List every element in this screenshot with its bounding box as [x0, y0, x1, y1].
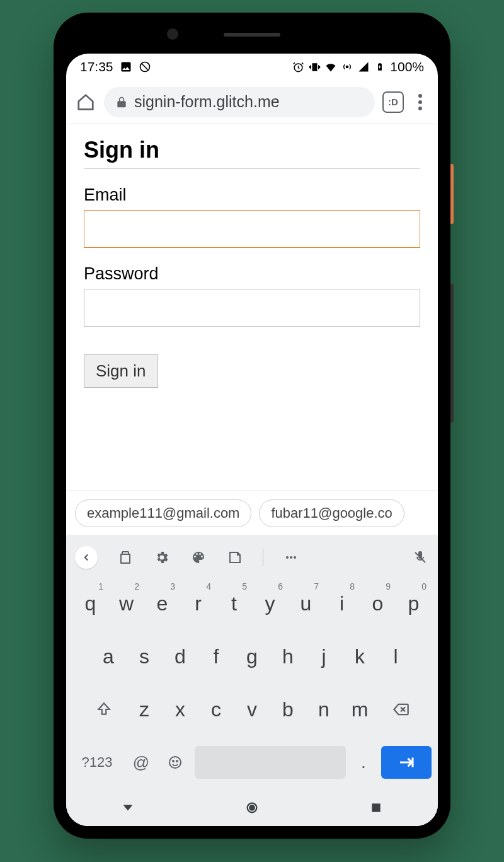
screen: 17:35 — [66, 54, 438, 826]
password-field[interactable] — [84, 289, 420, 327]
key-r[interactable]: r4 — [180, 579, 216, 628]
status-bar: 17:35 — [66, 54, 438, 80]
key-t[interactable]: t5 — [216, 579, 252, 628]
browser-toolbar: signin-form.glitch.me :D — [66, 80, 438, 124]
phone-camera — [167, 28, 178, 40]
svg-point-15 — [249, 805, 254, 810]
enter-key[interactable] — [381, 746, 432, 779]
cell-signal-icon — [357, 61, 370, 73]
key-k[interactable]: k — [342, 632, 378, 681]
symbols-key[interactable]: ?123 — [72, 744, 122, 781]
period-key[interactable]: . — [351, 744, 376, 781]
vibrate-icon — [308, 61, 321, 73]
svg-point-13 — [176, 760, 178, 762]
key-y[interactable]: y6 — [252, 579, 288, 628]
key-m[interactable]: m — [342, 685, 378, 734]
key-j[interactable]: j — [306, 632, 342, 681]
autofill-suggestions: example111@gmail.com fubar11@google.co — [66, 491, 438, 535]
sticker-icon[interactable] — [226, 549, 244, 566]
page-title: Sign in — [84, 137, 420, 169]
back-button[interactable] — [120, 800, 136, 816]
url-text: signin-form.glitch.me — [134, 93, 280, 111]
mic-off-icon[interactable] — [411, 549, 429, 566]
keyboard-toolbar — [66, 541, 438, 574]
key-v[interactable]: v — [234, 685, 270, 734]
svg-point-5 — [286, 556, 289, 559]
keyboard-keys: q1w2e3r4t5y6u7i8o9p0 asdfghjkl zxcvbnm — [66, 574, 438, 740]
keyboard-collapse-button[interactable] — [75, 546, 98, 569]
tabs-label: :D — [388, 96, 398, 107]
key-g[interactable]: g — [234, 632, 270, 681]
image-icon — [120, 61, 132, 73]
key-p[interactable]: p0 — [396, 579, 432, 628]
key-e[interactable]: e3 — [144, 579, 180, 628]
svg-point-7 — [294, 556, 296, 559]
hotspot-icon — [341, 61, 353, 73]
emoji-key[interactable] — [161, 744, 190, 781]
key-z[interactable]: z — [127, 685, 163, 734]
key-c[interactable]: c — [198, 685, 234, 734]
svg-point-12 — [173, 760, 174, 762]
separator — [263, 549, 263, 566]
page-content: Sign in Email Password Sign in — [66, 124, 438, 491]
password-label: Password — [84, 264, 420, 284]
palette-icon[interactable] — [190, 549, 207, 566]
suggestion-chip[interactable]: fubar11@google.co — [259, 499, 404, 527]
email-field[interactable] — [84, 210, 420, 248]
alarm-icon — [292, 61, 304, 73]
battery-text: 100% — [390, 59, 424, 74]
svg-point-11 — [169, 757, 181, 768]
phone-speaker — [224, 33, 280, 37]
phone-volume-button — [450, 284, 454, 422]
home-nav-button[interactable] — [244, 800, 260, 816]
suggestion-chip[interactable]: example111@gmail.com — [75, 499, 251, 527]
phone-frame: 17:35 — [54, 13, 450, 839]
tabs-button[interactable]: :D — [382, 91, 404, 113]
key-h[interactable]: h — [270, 632, 306, 681]
key-i[interactable]: i8 — [324, 579, 360, 628]
svg-point-4 — [346, 66, 348, 68]
key-n[interactable]: n — [306, 685, 342, 734]
backspace-key[interactable] — [378, 685, 423, 734]
home-button[interactable] — [75, 91, 96, 113]
key-d[interactable]: d — [163, 632, 198, 681]
recents-button[interactable] — [368, 800, 384, 816]
svg-rect-3 — [312, 63, 316, 70]
do-not-disturb-icon — [139, 61, 151, 73]
key-b[interactable]: b — [270, 685, 306, 734]
key-q[interactable]: q1 — [72, 579, 108, 628]
key-a[interactable]: a — [91, 632, 127, 681]
keyboard: q1w2e3r4t5y6u7i8o9p0 asdfghjkl zxcvbnm ?… — [66, 535, 438, 826]
keyboard-bottom-row: ?123 @ . — [66, 740, 438, 789]
lock-icon — [115, 96, 128, 108]
phone-power-button — [450, 164, 454, 224]
svg-rect-16 — [372, 803, 380, 812]
wifi-icon — [324, 61, 337, 73]
menu-button[interactable] — [411, 94, 429, 110]
key-o[interactable]: o9 — [360, 579, 396, 628]
shift-key[interactable] — [81, 685, 127, 734]
key-s[interactable]: s — [127, 632, 163, 681]
battery-icon — [374, 61, 386, 73]
space-key[interactable] — [195, 746, 346, 779]
key-x[interactable]: x — [163, 685, 198, 734]
key-w[interactable]: w2 — [108, 579, 144, 628]
key-f[interactable]: f — [198, 632, 234, 681]
more-icon[interactable] — [282, 549, 300, 566]
svg-line-1 — [142, 64, 148, 70]
status-time: 17:35 — [80, 59, 113, 74]
sign-in-button[interactable]: Sign in — [84, 354, 158, 388]
gear-icon[interactable] — [153, 549, 171, 566]
android-nav-bar — [66, 789, 438, 826]
email-label: Email — [84, 185, 420, 205]
at-key[interactable]: @ — [127, 744, 156, 781]
address-bar[interactable]: signin-form.glitch.me — [104, 87, 375, 117]
clipboard-icon[interactable] — [117, 549, 134, 566]
svg-point-6 — [290, 556, 292, 559]
key-u[interactable]: u7 — [288, 579, 324, 628]
key-l[interactable]: l — [378, 632, 414, 681]
